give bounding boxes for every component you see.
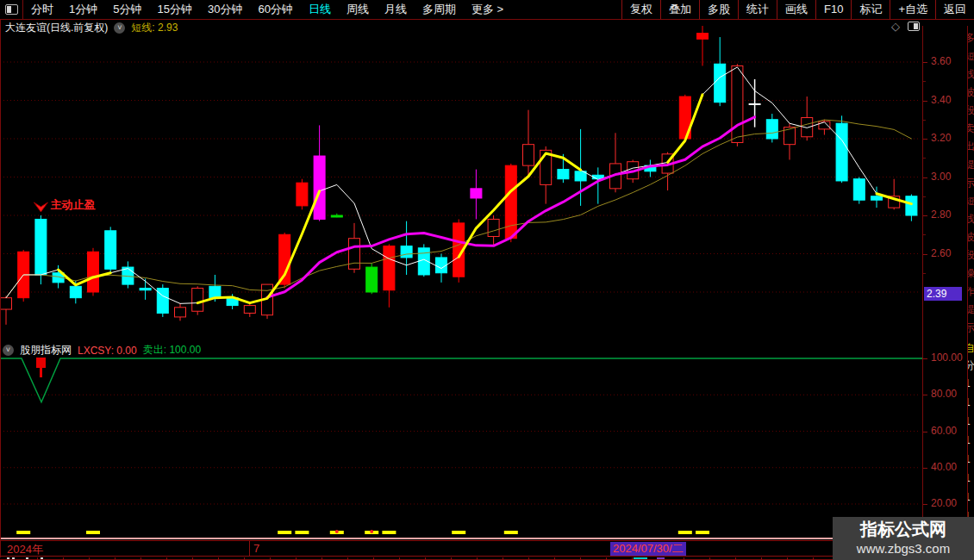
period-tab-0[interactable]: 分时 xyxy=(23,0,61,19)
symbol-title-bar: 大连友谊(日线.前复权) ˅ 短线: 2.93 xyxy=(5,21,178,35)
strip-glyph: 卖 xyxy=(967,121,974,136)
period-tab-3[interactable]: 15分钟 xyxy=(149,0,199,19)
candle xyxy=(1,296,12,324)
axis-separator-line xyxy=(0,538,967,539)
sell-arrow-icon xyxy=(34,202,47,212)
axis-tick xyxy=(923,358,927,359)
bottom-speck xyxy=(12,557,15,559)
toolbar-button-2[interactable]: 多股 xyxy=(699,0,738,19)
indicator-axis: 100.0080.0060.0040.0020.00 xyxy=(922,340,967,524)
window-layout-button[interactable] xyxy=(0,0,23,19)
strip-glyph: 短 xyxy=(967,49,974,64)
bottom-speck xyxy=(26,557,28,559)
strip-glyph: 短 xyxy=(967,194,974,208)
signal-dash xyxy=(696,531,709,534)
signal-dash xyxy=(295,531,309,534)
main-candlestick-chart[interactable]: 主动止盈 xyxy=(0,26,922,340)
period-tab-5[interactable]: 60分钟 xyxy=(250,0,300,19)
axis-minor-tick xyxy=(923,158,926,159)
axis-tick xyxy=(923,254,927,255)
price-axis-label: 3.20 xyxy=(931,132,951,144)
chart-corner-icons: ◇ xyxy=(891,21,920,32)
strip-glyph: 提 xyxy=(967,302,974,317)
indicator-axis-label: 100.00 xyxy=(931,352,963,364)
candle xyxy=(802,96,813,140)
toolbar-button-0[interactable]: 复权 xyxy=(621,0,660,19)
axis-tick xyxy=(923,432,927,432)
watermark-url: www.zbgs3.com xyxy=(833,540,974,557)
price-axis-label: 3.40 xyxy=(931,94,951,106)
candle xyxy=(766,114,777,142)
candle xyxy=(523,110,534,177)
date-axis: 2024年 7 2024/07/30/二 xyxy=(0,540,967,557)
sell-annotation-text: 主动止盈 xyxy=(50,198,95,211)
candle xyxy=(314,125,325,221)
candle xyxy=(331,214,342,217)
candle xyxy=(732,64,743,146)
toolbar-button-4[interactable]: 画线 xyxy=(777,0,815,19)
period-tab-8[interactable]: 月线 xyxy=(377,0,415,19)
price-axis-label: 2.80 xyxy=(931,208,951,221)
panel-toggle-icon[interactable] xyxy=(908,22,920,31)
toolbar-button-7[interactable]: +自选 xyxy=(890,0,935,19)
candle xyxy=(715,37,726,106)
sell-indicator-line xyxy=(0,358,922,402)
indicator-header: ˅ 股朋指标网 LXCSY: 0.00 卖出: 100.00 xyxy=(3,343,201,358)
candle xyxy=(401,221,412,275)
momentum-line-yellow xyxy=(59,270,111,285)
toolbar-button-5[interactable]: F10 xyxy=(815,0,851,19)
signal-dash-strip xyxy=(0,524,922,538)
strip-glyph: 提 xyxy=(967,158,974,172)
toolbar-button-1[interactable]: 叠加 xyxy=(660,0,699,19)
watermark-box: 指标公式网 www.zbgs3.com xyxy=(833,517,974,560)
period-tab-2[interactable]: 5分钟 xyxy=(105,0,149,19)
price-axis-label: 3.00 xyxy=(931,171,951,183)
axis-minor-tick xyxy=(923,234,926,235)
indicator-axis-label: 20.00 xyxy=(931,497,957,509)
axis-minor-tick xyxy=(923,120,926,121)
strip-glyph: 操 xyxy=(967,266,974,281)
period-tab-1[interactable]: 1分钟 xyxy=(61,0,105,19)
indicator-sub-chart[interactable] xyxy=(0,340,922,524)
candle xyxy=(384,244,395,307)
year-label: 2024年 xyxy=(7,542,43,557)
axis-tick xyxy=(923,504,927,505)
toolbar-button-6[interactable]: 标记 xyxy=(851,0,890,19)
sell-value-label: 卖出: 100.00 xyxy=(143,343,201,358)
bottom-speck xyxy=(41,557,43,559)
strip-glyph: 作 xyxy=(967,284,974,299)
period-tab-6[interactable]: 日线 xyxy=(301,0,339,19)
bottom-speck xyxy=(7,557,9,559)
chevron-down-icon[interactable]: ˅ xyxy=(114,22,125,34)
toolbar-button-8[interactable]: 返回 xyxy=(935,0,974,19)
signal-dash xyxy=(504,531,518,534)
candle xyxy=(18,250,29,302)
strip-number: 1 xyxy=(967,415,971,427)
indicator-title: 股朋指标网 xyxy=(20,343,72,358)
watermark-title: 指标公式网 xyxy=(833,518,974,540)
diamond-icon[interactable]: ◇ xyxy=(891,21,900,32)
signal-red-dot xyxy=(370,530,373,533)
candle xyxy=(610,133,621,192)
axis-tick xyxy=(923,215,927,216)
candle xyxy=(157,284,168,317)
axis-tick xyxy=(923,468,927,469)
candle xyxy=(140,278,151,299)
month-divider xyxy=(249,541,250,556)
chevron-down-icon[interactable]: ˅ xyxy=(3,345,14,356)
signal-dash xyxy=(16,531,30,534)
axis-tick xyxy=(923,395,927,395)
bottom-cyan-mark xyxy=(634,557,647,559)
toolbar-buttons: 复权叠加多股统计画线F10标记+自选返回 xyxy=(621,0,974,19)
toolbar-button-3[interactable]: 统计 xyxy=(738,0,777,19)
flag-icon xyxy=(36,358,46,368)
price-axis: 3.603.403.203.002.802.602.39 xyxy=(922,26,967,340)
period-tab-9[interactable]: 多周期 xyxy=(415,0,464,19)
top-toolbar: 分时1分钟5分钟15分钟30分钟60分钟日线周线月线多周期更多 > 复权叠加多股… xyxy=(0,0,974,20)
axis-minor-tick xyxy=(923,273,926,274)
period-tab-7[interactable]: 周线 xyxy=(339,0,377,19)
price-axis-label: 3.60 xyxy=(931,55,951,67)
period-tab-4[interactable]: 30分钟 xyxy=(200,0,250,19)
period-tab-10[interactable]: 更多 > xyxy=(464,0,511,19)
axis-minor-tick xyxy=(923,196,926,197)
